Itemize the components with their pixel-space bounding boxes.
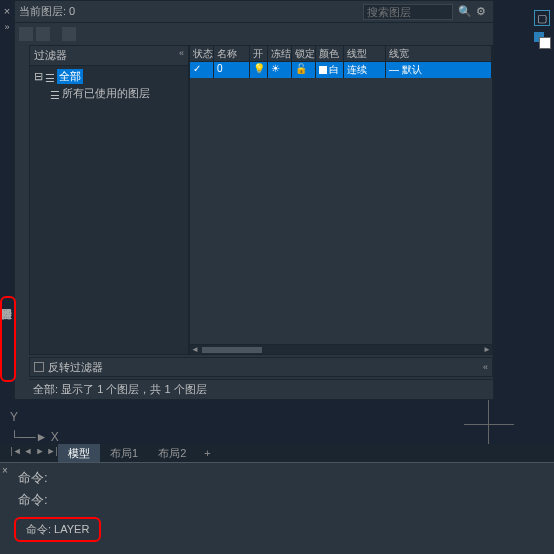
tree-child-item[interactable]: ☰ 所有已使用的图层 (34, 85, 184, 102)
unlock-icon[interactable]: 🔓 (292, 62, 316, 78)
bulb-on-icon[interactable]: 💡 (250, 62, 268, 78)
tab-layout1[interactable]: 布局1 (100, 444, 148, 463)
status-bar: 全部: 显示了 1 个图层，共 1 个图层 (29, 379, 493, 397)
delete-layer-icon[interactable] (62, 27, 76, 41)
search-layer-input[interactable] (363, 4, 453, 20)
tab-nav-first-icon[interactable]: |◄ (10, 446, 22, 460)
panel-collapse-button[interactable]: » (0, 22, 14, 32)
tree-child-label: 所有已使用的图层 (62, 86, 150, 101)
filter-pane: 过滤器 « ⊟ ☰ 全部 ☰ 所有已使用的图层 (29, 45, 189, 355)
layer-manager-panel: 当前图层: 0 🔍 ⚙ 过滤器 « ⊟ ☰ 全部 ☰ 所有已使用的 (14, 0, 494, 400)
toolbar (15, 23, 493, 45)
tab-add-button[interactable]: + (196, 445, 218, 461)
tab-nav-prev-icon[interactable]: ◄ (22, 446, 34, 460)
tab-nav-next-icon[interactable]: ► (34, 446, 46, 460)
invert-collapse-button[interactable]: « (483, 362, 488, 372)
col-color[interactable]: 颜色 (316, 46, 344, 61)
main-area: 过滤器 « ⊟ ☰ 全部 ☰ 所有已使用的图层 状态 名称 开 冻结 (29, 45, 493, 355)
col-status[interactable]: 状态 (190, 46, 214, 61)
list-header: 状态 名称 开 冻结 锁定 颜色 线型 线宽 (190, 46, 492, 62)
highlight-annotation-1 (0, 296, 16, 382)
palette-icon-1[interactable]: ▢ (534, 10, 550, 26)
filter-collapse-button[interactable]: « (179, 48, 184, 63)
palette-icon-2[interactable] (534, 32, 550, 48)
filter-tree: ⊟ ☰ 全部 ☰ 所有已使用的图层 (30, 66, 188, 354)
ucs-x-label: X (51, 430, 59, 444)
list-empty-area (190, 78, 492, 344)
horizontal-scrollbar[interactable]: ◄ ► (190, 344, 492, 354)
scroll-right-icon[interactable]: ► (482, 345, 492, 354)
filter-header-label: 过滤器 (34, 48, 67, 63)
settings-icon[interactable]: ⚙ (474, 5, 488, 19)
new-filter-icon[interactable] (36, 27, 50, 41)
tree-root-item[interactable]: ⊟ ☰ 全部 (34, 68, 184, 85)
filter-header: 过滤器 « (30, 46, 188, 66)
filter-icon: ☰ (50, 89, 60, 99)
sun-icon[interactable]: ☀ (268, 62, 292, 78)
invert-checkbox[interactable] (34, 362, 44, 372)
tab-nav-last-icon[interactable]: ►| (46, 446, 58, 460)
new-layer-icon[interactable] (19, 27, 33, 41)
col-ltype[interactable]: 线型 (344, 46, 386, 61)
panel-close-button[interactable]: × (0, 0, 14, 22)
cmd-history-2: 命令: (8, 489, 546, 511)
scroll-thumb[interactable] (202, 347, 262, 353)
cmd-layer-text: 命令: LAYER (26, 523, 89, 535)
layers-icon: ☰ (45, 72, 55, 82)
col-on[interactable]: 开 (250, 46, 268, 61)
tree-root-label: 全部 (57, 69, 83, 84)
layer-row-0[interactable]: ✓ 0 💡 ☀ 🔓 白 连续 — 默认 (190, 62, 492, 78)
search-icon[interactable]: 🔍 (458, 5, 472, 19)
color-swatch-white (319, 66, 327, 74)
status-icon: ✓ (190, 62, 214, 78)
right-palette-strip: ▢ (534, 10, 550, 48)
tab-model[interactable]: 模型 (58, 444, 100, 463)
cell-name: 0 (214, 62, 250, 78)
invert-filter-row: 反转过滤器 « (29, 357, 493, 377)
crosshair-cursor (474, 410, 504, 440)
scroll-left-icon[interactable]: ◄ (190, 345, 200, 354)
col-lock[interactable]: 锁定 (292, 46, 316, 61)
status-text: 全部: 显示了 1 个图层，共 1 个图层 (33, 383, 207, 395)
cell-lw[interactable]: — 默认 (386, 62, 492, 78)
expand-icon[interactable]: ⊟ (34, 70, 43, 83)
ucs-y-label: Y (10, 410, 59, 424)
current-layer-label: 当前图层: 0 (19, 4, 363, 19)
command-line-area[interactable]: × 命令: 命令: 命令: LAYER (0, 462, 554, 554)
cell-color[interactable]: 白 (316, 62, 344, 78)
tab-layout2[interactable]: 布局2 (148, 444, 196, 463)
ucs-indicator: Y └──► X (10, 410, 59, 444)
highlight-annotation-2: 命令: LAYER (14, 517, 101, 542)
cell-ltype[interactable]: 连续 (344, 62, 386, 78)
layer-list-pane: 状态 名称 开 冻结 锁定 颜色 线型 线宽 ✓ 0 💡 ☀ 🔓 白 连续 — … (189, 45, 493, 355)
cmd-history-1: 命令: (8, 467, 546, 489)
titlebar: 当前图层: 0 🔍 ⚙ (15, 1, 493, 23)
col-freeze[interactable]: 冻结 (268, 46, 292, 61)
layout-tabbar: |◄ ◄ ► ►| 模型 布局1 布局2 + (0, 444, 554, 462)
cmd-close-icon[interactable]: × (2, 465, 8, 476)
invert-label: 反转过滤器 (48, 360, 103, 375)
col-name[interactable]: 名称 (214, 46, 250, 61)
col-lw[interactable]: 线宽 (386, 46, 492, 61)
